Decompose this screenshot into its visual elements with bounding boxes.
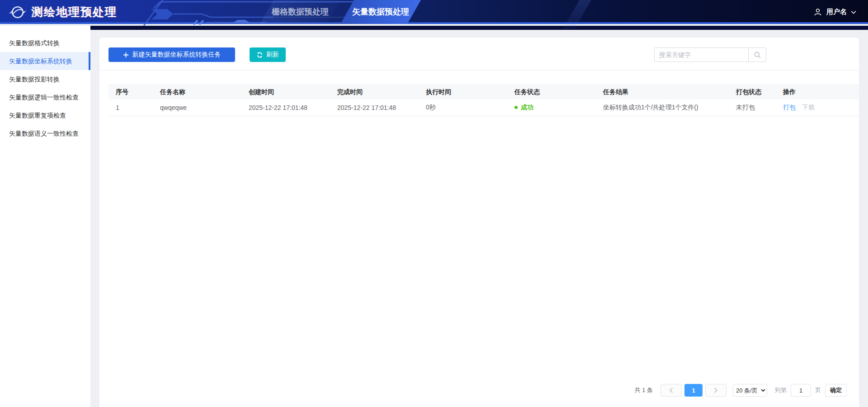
cell-task-name: qwqeqwe — [153, 99, 241, 116]
new-task-button[interactable]: 新建矢量数据坐标系统转换任务 — [108, 47, 235, 62]
pagination-total: 共 1 条 — [635, 386, 653, 394]
cell-exec-time: 0秒 — [419, 99, 507, 116]
col-finished-time: 完成时间 — [330, 85, 419, 99]
top-nav-tabs: 栅格数据预处理 矢量数据预处理 — [260, 0, 421, 24]
search-box — [654, 47, 766, 62]
username-label: 用户名 — [826, 8, 847, 16]
cell-index: 1 — [108, 99, 153, 116]
page-number-button[interactable]: 1 — [684, 384, 703, 397]
cell-package-status: 未打包 — [729, 99, 776, 116]
app-header: 测绘地理预处理 栅格数据预处理 矢量数据预处理 用户名 — [0, 0, 868, 24]
chevron-right-icon — [714, 388, 718, 393]
goto-prefix-label: 到第 — [775, 386, 787, 394]
col-package-status: 打包状态 — [729, 85, 776, 99]
user-menu[interactable]: 用户名 — [813, 0, 856, 24]
sidebar-item-duplicate-check[interactable]: 矢量数据重复项检查 — [0, 106, 90, 124]
plus-icon — [123, 52, 129, 58]
cell-finished-time: 2025-12-22 17:01:48 — [330, 99, 419, 116]
page-title: 测绘地理预处理 — [32, 5, 117, 19]
col-task-status: 任务状态 — [507, 85, 596, 99]
user-icon — [813, 8, 822, 17]
goto-confirm-button[interactable]: 确定 — [825, 384, 847, 397]
refresh-button[interactable]: 刷新 — [250, 47, 286, 62]
toolbar-divider — [99, 70, 859, 71]
page-size-select[interactable]: 20 条/页 — [733, 384, 767, 397]
next-page-button[interactable] — [705, 384, 726, 397]
cell-actions: 打包下载 — [776, 99, 859, 116]
tab-vector-preprocess[interactable]: 矢量数据预处理 — [340, 0, 421, 24]
logo-icon — [8, 4, 27, 21]
sidebar-item-coordinate-convert[interactable]: 矢量数据坐标系统转换 — [0, 52, 90, 70]
pagination-bar: 共 1 条 1 20 条/页 到第 页 确定 — [635, 384, 847, 397]
col-task-result: 任务结果 — [596, 85, 729, 99]
cell-created-time: 2025-12-22 17:01:48 — [241, 99, 330, 116]
sidebar-item-format-convert[interactable]: 矢量数据格式转换 — [0, 34, 90, 52]
table-row: 1 qwqeqwe 2025-12-22 17:01:48 2025-12-22… — [108, 99, 859, 116]
sidebar-item-logic-consistency-check[interactable]: 矢量数据逻辑一致性检查 — [0, 88, 90, 106]
sidebar-nav: 矢量数据格式转换 矢量数据坐标系统转换 矢量数据投影转换 矢量数据逻辑一致性检查… — [0, 26, 90, 407]
status-dot-icon — [514, 106, 518, 109]
package-link[interactable]: 打包 — [783, 104, 796, 111]
sidebar-item-semantic-consistency-check[interactable]: 矢量数据语义一致性检查 — [0, 124, 90, 142]
table-header-row: 序号 任务名称 创建时间 完成时间 执行时间 任务状态 任务结果 打包状态 操作 — [108, 85, 859, 99]
search-input[interactable] — [654, 47, 748, 62]
col-actions: 操作 — [776, 85, 859, 99]
col-index: 序号 — [108, 85, 153, 99]
col-created-time: 创建时间 — [241, 85, 330, 99]
col-exec-time: 执行时间 — [419, 85, 507, 99]
tab-raster-preprocess[interactable]: 栅格数据预处理 — [260, 0, 340, 24]
search-icon — [754, 51, 761, 59]
diagonal-glow-decoration — [563, 0, 593, 29]
prev-page-button[interactable] — [660, 384, 682, 397]
search-button[interactable] — [748, 47, 766, 62]
chevron-down-icon — [851, 10, 856, 14]
status-label: 成功 — [521, 104, 533, 111]
col-task-name: 任务名称 — [153, 85, 241, 99]
app-logo: 测绘地理预处理 — [8, 0, 117, 24]
cell-task-result: 坐标转换成功1个/共处理1个文件() — [596, 99, 729, 116]
chevron-left-icon — [669, 388, 673, 393]
main-content-panel: 新建矢量数据坐标系统转换任务 刷新 序号 任务名称 — [99, 38, 859, 407]
task-table: 序号 任务名称 创建时间 完成时间 执行时间 任务状态 任务结果 打包状态 操作… — [108, 85, 859, 116]
goto-page-input[interactable] — [791, 384, 811, 397]
refresh-icon — [256, 52, 263, 58]
sidebar-item-projection-convert[interactable]: 矢量数据投影转换 — [0, 70, 90, 88]
goto-suffix-label: 页 — [815, 386, 821, 394]
download-link: 下载 — [802, 104, 815, 111]
header-substrip-decoration — [90, 26, 868, 30]
cell-task-status: 成功 — [507, 99, 596, 116]
